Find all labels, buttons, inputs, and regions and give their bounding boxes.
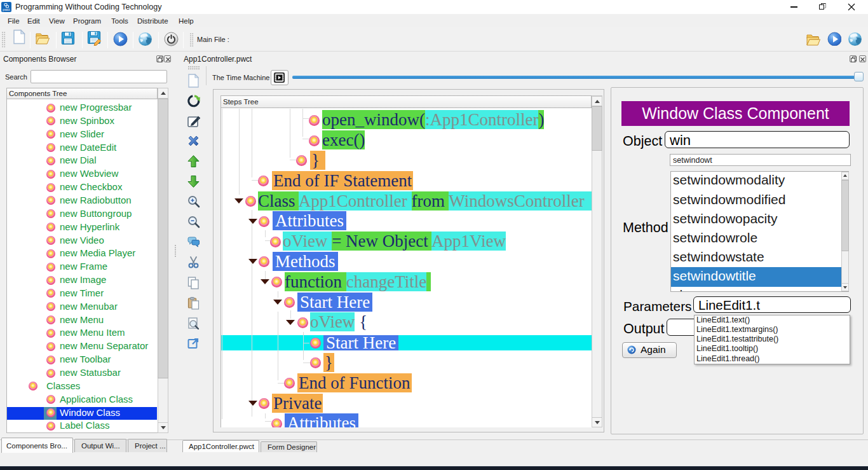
svg-text:pwct: pwct — [3, 8, 10, 11]
